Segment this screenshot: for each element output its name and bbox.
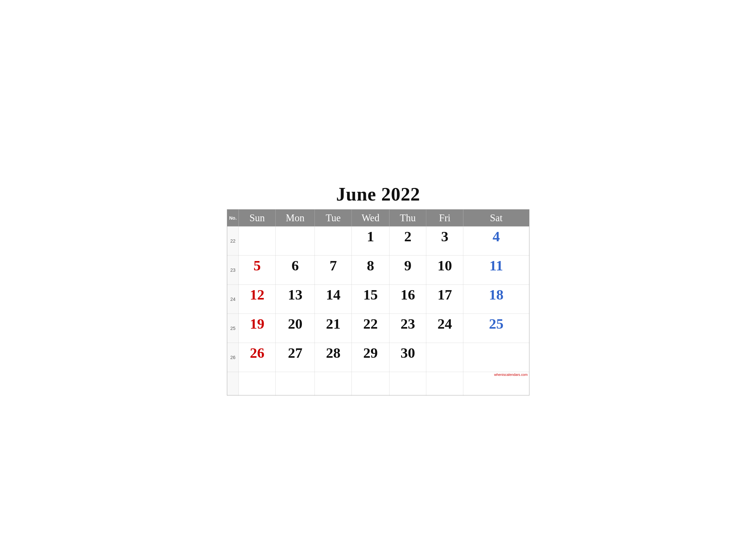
day-cell <box>426 343 463 372</box>
day-cell: 4 <box>463 226 529 256</box>
day-cell <box>314 372 351 395</box>
header-tue: Tue <box>314 209 351 226</box>
header-no: No. <box>227 209 238 226</box>
week-row: wheniscalendars.com <box>227 372 529 395</box>
week-row: 2412131415161718 <box>227 285 529 314</box>
day-cell <box>238 226 275 256</box>
day-cell <box>314 226 351 256</box>
day-cell <box>426 372 463 395</box>
day-cell: 16 <box>389 285 426 314</box>
day-cell: 21 <box>314 314 351 343</box>
week-number: 24 <box>227 285 238 314</box>
day-cell: 18 <box>463 285 529 314</box>
day-cell: 19 <box>238 314 275 343</box>
day-cell: 25 <box>463 314 529 343</box>
week-row: 262627282930 <box>227 343 529 372</box>
day-cell <box>389 372 426 395</box>
day-cell: 28 <box>314 343 351 372</box>
week-number: 22 <box>227 226 238 256</box>
week-row: 221234 <box>227 226 529 256</box>
day-cell: 3 <box>426 226 463 256</box>
week-row: 23567891011 <box>227 256 529 285</box>
day-cell: 13 <box>275 285 314 314</box>
day-cell: 9 <box>389 256 426 285</box>
day-cell: 14 <box>314 285 351 314</box>
day-cell: 5 <box>238 256 275 285</box>
week-row: 2519202122232425 <box>227 314 529 343</box>
header-row: No. Sun Mon Tue Wed Thu Fri Sat <box>227 209 529 226</box>
day-cell: 8 <box>352 256 390 285</box>
header-wed: Wed <box>352 209 390 226</box>
day-cell: 6 <box>275 256 314 285</box>
day-cell: 17 <box>426 285 463 314</box>
day-cell: 1 <box>352 226 390 256</box>
day-cell: 24 <box>426 314 463 343</box>
day-cell <box>238 372 275 395</box>
watermark-link[interactable]: wheniscalendars.com <box>494 373 527 377</box>
day-cell: 29 <box>352 343 390 372</box>
day-cell: 10 <box>426 256 463 285</box>
day-cell: 15 <box>352 285 390 314</box>
calendar-title: June 2022 <box>227 183 529 205</box>
header-sat: Sat <box>463 209 529 226</box>
day-cell <box>275 226 314 256</box>
header-fri: Fri <box>426 209 463 226</box>
header-thu: Thu <box>389 209 426 226</box>
calendar-table: No. Sun Mon Tue Wed Thu Fri Sat 22123423… <box>227 209 529 395</box>
day-cell <box>463 343 529 372</box>
day-cell: wheniscalendars.com <box>463 372 529 395</box>
week-number: 23 <box>227 256 238 285</box>
week-number: 26 <box>227 343 238 372</box>
day-cell: 12 <box>238 285 275 314</box>
day-cell: 7 <box>314 256 351 285</box>
day-cell: 23 <box>389 314 426 343</box>
header-sun: Sun <box>238 209 275 226</box>
day-cell: 11 <box>463 256 529 285</box>
day-cell: 20 <box>275 314 314 343</box>
calendar-container: June 2022 No. Sun Mon Tue Wed Thu Fri Sa… <box>218 177 538 404</box>
day-cell: 27 <box>275 343 314 372</box>
day-cell <box>352 372 390 395</box>
day-cell: 30 <box>389 343 426 372</box>
day-cell: 22 <box>352 314 390 343</box>
day-cell <box>275 372 314 395</box>
week-number <box>227 372 238 395</box>
week-number: 25 <box>227 314 238 343</box>
day-cell: 2 <box>389 226 426 256</box>
header-mon: Mon <box>275 209 314 226</box>
day-cell: 26 <box>238 343 275 372</box>
